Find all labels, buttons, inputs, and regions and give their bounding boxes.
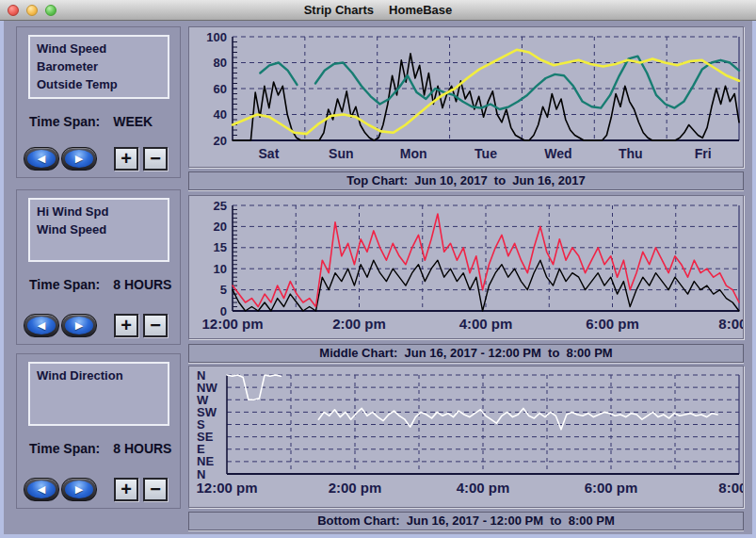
- prev-oval: ◀: [27, 481, 56, 498]
- top-zoom-out-button[interactable]: −: [143, 147, 168, 171]
- svg-text:Thu: Thu: [619, 146, 643, 161]
- list-item[interactable]: Hi Wind Spd: [30, 203, 168, 220]
- arrow-left-icon: ◀: [38, 320, 45, 331]
- next-oval: ▶: [65, 150, 93, 168]
- timespan-label: Time Span:: [29, 114, 100, 129]
- arrow-left-icon: ◀: [38, 484, 45, 495]
- bottom-chart-caption: Bottom Chart: Jun 16, 2017 - 12:00 PM to…: [188, 512, 744, 530]
- timespan-value: 8 HOURS: [113, 441, 171, 456]
- bottom-next-button[interactable]: ▶: [61, 478, 97, 501]
- app-window: Strip ChartsHomeBase Wind SpeedBarometer…: [0, 0, 756, 538]
- svg-text:80: 80: [214, 56, 227, 70]
- svg-text:Wed: Wed: [544, 146, 571, 161]
- svg-text:12:00 pm: 12:00 pm: [196, 480, 257, 496]
- timespan-value: 8 HOURS: [113, 277, 171, 292]
- svg-text:4:00 pm: 4:00 pm: [457, 480, 510, 496]
- svg-text:12:00 pm: 12:00 pm: [201, 316, 263, 332]
- next-oval: ▶: [65, 317, 93, 334]
- top-next-button[interactable]: ▶: [61, 147, 97, 171]
- list-item[interactable]: Wind Speed: [30, 40, 168, 57]
- bottom-chart: NNWWSWSSEENEN12:00 pm2:00 pm4:00 pm6:00 …: [188, 366, 744, 508]
- middle-next-button[interactable]: ▶: [61, 314, 97, 337]
- svg-text:8:00 p: 8:00 p: [718, 316, 744, 332]
- middle-chart-plot: 051015202512:00 pm2:00 pm4:00 pm6:00 pm8…: [189, 196, 744, 339]
- svg-text:100: 100: [206, 30, 227, 44]
- svg-text:25: 25: [214, 199, 227, 213]
- bottom-chart-controls: Wind Direction Time Span:8 HOURS ◀ ▶ + −: [16, 353, 181, 509]
- title-bar: Strip ChartsHomeBase: [0, 0, 756, 21]
- svg-text:60: 60: [214, 82, 227, 96]
- middle-timespan: Time Span:8 HOURS: [29, 277, 171, 292]
- main-content: Wind SpeedBarometerOutside Temp Time Spa…: [4, 21, 752, 534]
- bottom-zoom-in-button[interactable]: +: [114, 478, 138, 501]
- bottom-chart-plot: NNWWSWSSEENEN12:00 pm2:00 pm4:00 pm6:00 …: [189, 367, 744, 508]
- bottom-nav-buttons: ◀ ▶ + −: [17, 478, 180, 502]
- window-title-page: HomeBase: [389, 3, 452, 17]
- svg-text:2:00 pm: 2:00 pm: [332, 316, 386, 332]
- bottom-series-list[interactable]: Wind Direction: [28, 362, 169, 426]
- top-prev-button[interactable]: ◀: [24, 147, 59, 171]
- middle-chart-controls: Hi Wind SpdWind Speed Time Span:8 HOURS …: [16, 189, 181, 345]
- svg-text:2:00 pm: 2:00 pm: [329, 480, 382, 496]
- top-chart-caption: Top Chart: Jun 10, 2017 to Jun 16, 2017: [188, 171, 744, 190]
- top-chart: 20406080100SatSunMonTueWedThuFri: [188, 26, 744, 168]
- timespan-label: Time Span:: [29, 277, 100, 292]
- svg-text:10: 10: [214, 262, 227, 276]
- svg-text:Mon: Mon: [400, 146, 427, 161]
- list-item[interactable]: Wind Speed: [30, 220, 168, 238]
- timespan-label: Time Span:: [29, 441, 100, 456]
- bottom-zoom-out-button[interactable]: −: [143, 478, 168, 501]
- svg-text:40: 40: [214, 107, 227, 122]
- arrow-right-icon: ▶: [75, 320, 83, 331]
- middle-zoom-in-button[interactable]: +: [114, 314, 138, 337]
- arrow-left-icon: ◀: [38, 154, 45, 164]
- middle-nav-buttons: ◀ ▶ + −: [17, 314, 180, 338]
- bottom-prev-button[interactable]: ◀: [24, 478, 59, 501]
- svg-text:Sat: Sat: [259, 146, 280, 161]
- top-zoom-in-button[interactable]: +: [114, 147, 138, 171]
- top-series-list[interactable]: Wind SpeedBarometerOutside Temp: [28, 35, 169, 99]
- middle-chart-caption: Middle Chart: Jun 16, 2017 - 12:00 PM to…: [188, 344, 744, 363]
- svg-text:6:00 pm: 6:00 pm: [586, 316, 639, 332]
- bottom-timespan: Time Span:8 HOURS: [29, 441, 171, 456]
- list-item[interactable]: Wind Direction: [30, 367, 168, 384]
- middle-prev-button[interactable]: ◀: [24, 314, 59, 337]
- arrow-right-icon: ▶: [75, 154, 83, 164]
- svg-text:Sun: Sun: [329, 146, 353, 161]
- prev-oval: ◀: [27, 317, 56, 334]
- middle-chart: 051015202512:00 pm2:00 pm4:00 pm6:00 pm8…: [188, 195, 744, 339]
- svg-text:Fri: Fri: [695, 146, 712, 161]
- svg-text:8:00 p: 8:00 p: [718, 480, 744, 496]
- window-title-app: Strip Charts: [304, 3, 374, 17]
- svg-text:6:00 pm: 6:00 pm: [585, 480, 638, 496]
- svg-text:4:00 pm: 4:00 pm: [459, 316, 513, 332]
- svg-text:Tue: Tue: [475, 146, 497, 161]
- timespan-value: WEEK: [113, 114, 153, 129]
- top-chart-plot: 20406080100SatSunMonTueWedThuFri: [189, 27, 744, 168]
- list-item[interactable]: Barometer: [30, 57, 168, 75]
- svg-text:20: 20: [214, 134, 227, 148]
- window-title: Strip ChartsHomeBase: [0, 0, 756, 21]
- arrow-right-icon: ▶: [75, 484, 83, 495]
- prev-oval: ◀: [27, 150, 56, 168]
- svg-text:20: 20: [214, 220, 227, 234]
- list-item[interactable]: Outside Temp: [30, 75, 168, 93]
- next-oval: ▶: [65, 481, 93, 498]
- top-nav-buttons: ◀ ▶ + −: [17, 147, 180, 171]
- middle-zoom-out-button[interactable]: −: [143, 314, 168, 337]
- svg-text:15: 15: [214, 240, 227, 254]
- top-chart-controls: Wind SpeedBarometerOutside Temp Time Spa…: [16, 26, 181, 178]
- middle-series-list[interactable]: Hi Wind SpdWind Speed: [28, 198, 169, 262]
- svg-text:5: 5: [220, 283, 227, 297]
- top-timespan: Time Span:WEEK: [29, 114, 153, 129]
